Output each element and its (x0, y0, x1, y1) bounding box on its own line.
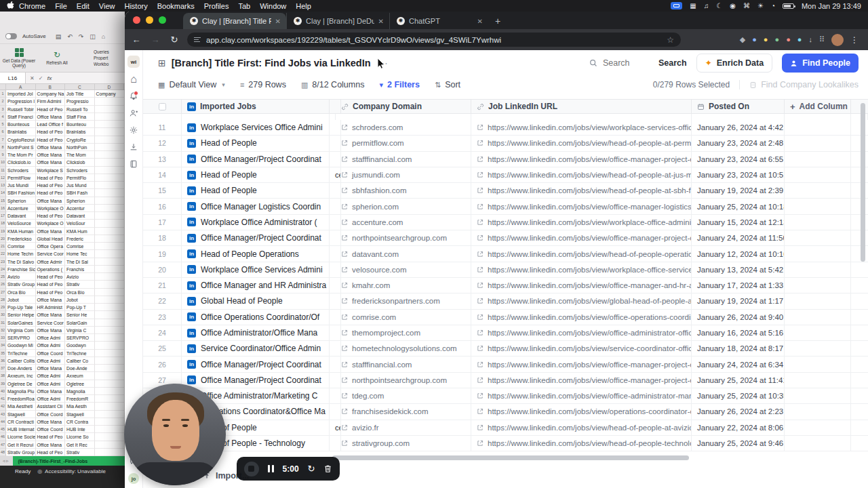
imported-job-cell[interactable]: in Office Operations Coordinator/Of (182, 310, 330, 325)
excel-cell[interactable]: Strativ (65, 449, 95, 456)
table-row[interactable]: 20 in Workplace Office Services Admini v… (143, 262, 868, 278)
job-linkedin-url-cell[interactable]: https://www.linkedin.com/jobs/view/offic… (471, 325, 692, 340)
company-domain-cell[interactable]: jusmundi.com (336, 167, 471, 182)
excel-row[interactable]: 42 Mia Aestheti Assistant Cli Mia Aesth (0, 403, 125, 410)
excel-cell[interactable]: SBH Fash (65, 189, 95, 197)
excel-cell[interactable]: NorthPoin (65, 144, 95, 151)
company-domain-cell[interactable]: stafffinancial.com (336, 152, 471, 167)
excel-row[interactable]: 15 Spherion Office Mana Spherion (0, 197, 125, 205)
row-number[interactable]: 17 (143, 215, 182, 230)
excel-cell[interactable]: Magnolia (65, 388, 95, 395)
excel-cell[interactable]: Progression I (6, 98, 36, 105)
workspace-logo[interactable]: wi (127, 56, 140, 68)
job-linkedin-url-cell[interactable]: https://www.linkedin.com/jobs/view/offic… (471, 152, 692, 167)
posted-on-cell[interactable]: January 25, 2024 at 11:41 ... (692, 373, 785, 388)
site-settings-icon[interactable] (194, 37, 201, 42)
company-domain-cell[interactable]: avizio.fr (336, 420, 471, 435)
excel-column-header[interactable]: D (95, 84, 125, 89)
excel-cell[interactable]: Datavant (65, 212, 95, 220)
excel-cell[interactable]: Company Na (36, 90, 66, 98)
job-linkedin-url-cell[interactable]: https://www.linkedin.com/jobs/view/offic… (471, 388, 692, 403)
excel-cell[interactable]: Comrise (65, 243, 95, 250)
excel-row[interactable]: 47 Get It Recrui Office Mana Get It Rec (0, 441, 125, 449)
excel-cell[interactable]: Schroders (6, 167, 36, 174)
excel-cell[interactable] (95, 266, 125, 273)
excel-cell[interactable]: Office Mana (36, 327, 66, 334)
posted-on-cell[interactable]: January 17, 2024 at 1:33 P... (692, 278, 785, 293)
menubar-item[interactable]: Tab (238, 2, 250, 10)
excel-cell[interactable]: Clickslob (65, 159, 95, 166)
add-column-button[interactable]: + Add Column (785, 100, 851, 113)
imported-job-cell[interactable]: in Office Manager/Project Coordinat (182, 357, 330, 371)
table-row[interactable]: 22 in Global Head of People frederickson… (143, 293, 868, 309)
excel-cell[interactable]: Head of Peo (36, 106, 66, 113)
imported-job-cell[interactable]: in Office Manager and HR Administra (182, 278, 330, 293)
excel-cell[interactable]: SERVPRO (6, 334, 36, 342)
excel-column-header[interactable]: C (65, 84, 95, 89)
status-icon[interactable]: ⌘ (743, 2, 750, 9)
company-domain-cell[interactable]: schroders.com (336, 120, 471, 135)
posted-on-cell[interactable]: January 25, 2024 at 10:18 ... (692, 199, 785, 214)
excel-cell[interactable]: Russell Tobir (6, 106, 36, 113)
excel-cell[interactable]: Accentur (65, 205, 95, 212)
excel-cell[interactable]: Head of Peo (36, 212, 66, 220)
chrome-menu-icon[interactable]: ⋮ (850, 35, 859, 45)
browser-extension-icon[interactable]: ↓ (808, 36, 812, 43)
excel-cell[interactable]: Office Mana (36, 418, 66, 426)
delete-recording-icon[interactable] (323, 464, 332, 473)
excel-cell[interactable] (95, 182, 125, 189)
browser-extension-icon[interactable]: ● (786, 36, 791, 43)
excel-cell[interactable]: Get It Rec (65, 441, 95, 449)
job-linkedin-url-cell[interactable]: https://www.linkedin.com/jobs/view/offic… (471, 278, 692, 293)
excel-row[interactable]: 32 Virginia Com Office Mana Virginia C (0, 327, 125, 334)
table-row[interactable]: 31 in Head of People - Technology strati… (143, 436, 868, 451)
company-domain-cell[interactable]: sbhfashion.com (336, 183, 471, 198)
excel-cell[interactable] (95, 228, 125, 235)
excel-cell[interactable]: PermitFlow (6, 174, 36, 182)
excel-cell[interactable]: Office Coord (36, 411, 66, 418)
status-icon[interactable]: ☾ (716, 2, 722, 9)
close-tab-icon[interactable]: ✕ (275, 18, 281, 25)
excel-cell[interactable]: Mia Aesth (65, 403, 95, 410)
excel-cell[interactable]: Spherion (6, 197, 36, 205)
imported-job-cell[interactable]: in Workplace Office Administrator ( (182, 215, 330, 230)
company-domain-cell[interactable]: hometechnologysolutions.com (336, 341, 471, 356)
excel-cell[interactable]: Pop-Up Tale (6, 304, 36, 311)
imported-job-cell[interactable]: in Office Manager/Project Coordinat (182, 230, 330, 245)
table-row[interactable]: 14 in Head of People ce jusmundi.com (143, 167, 868, 183)
menubar-item[interactable]: Chrome (19, 2, 45, 10)
excel-cell[interactable] (95, 273, 125, 281)
excel-quick-icon[interactable]: ◫ (90, 33, 96, 40)
imported-job-cell[interactable]: in Office Manager/Project Coordinat (182, 152, 330, 167)
column-header-company-domain[interactable]: Company Domain (336, 100, 471, 113)
excel-cell[interactable]: Doe-Ande (65, 365, 95, 372)
close-tab-icon[interactable]: ✕ (477, 18, 483, 25)
excel-cell[interactable]: HUB Internat (6, 426, 36, 433)
excel-cell[interactable]: Office Admi (36, 380, 66, 388)
company-domain-cell[interactable]: datavant.com (336, 246, 471, 261)
excel-cell[interactable]: Spherion (65, 197, 95, 205)
excel-cell[interactable]: Office Coord (36, 426, 66, 433)
row-number[interactable]: 23 (143, 310, 182, 325)
filters-button[interactable]: ▾ 2 Filters (379, 80, 419, 89)
excel-cell[interactable]: Head of Peo (36, 136, 66, 144)
add-member-icon[interactable] (128, 108, 139, 119)
table-row[interactable]: 25 in Service Coordinator/Office Admin h… (143, 341, 868, 357)
excel-cell[interactable]: Head of Peo (36, 273, 66, 281)
restart-recording-icon[interactable]: ↻ (308, 464, 315, 474)
imported-job-cell[interactable]: in Workplace Services Office Admini (182, 120, 330, 135)
excel-cell[interactable]: Office Mana (36, 296, 66, 304)
excel-cell[interactable] (95, 372, 125, 380)
excel-cell[interactable]: The Mom (65, 151, 95, 159)
status-icon[interactable]: ◔ (771, 2, 775, 9)
address-bar[interactable]: app.clay.com/workspaces/192229/tables/t_… (187, 33, 681, 47)
posted-on-cell[interactable]: January 23, 2024 at 10:51 ... (692, 167, 785, 182)
excel-cell[interactable]: Head of Peo (36, 449, 66, 456)
excel-cell[interactable]: Orca Bio (6, 289, 36, 296)
excel-cell[interactable]: Lead Office f (36, 121, 66, 128)
status-icon[interactable]: ◉ (730, 2, 736, 9)
profile-avatar[interactable] (831, 34, 844, 46)
excel-row[interactable]: 46 Licorne Socie Head of Peo Licorne So (0, 433, 125, 441)
excel-cell[interactable]: Bounteou (65, 121, 95, 128)
excel-cell[interactable]: Office Admi (36, 357, 66, 365)
